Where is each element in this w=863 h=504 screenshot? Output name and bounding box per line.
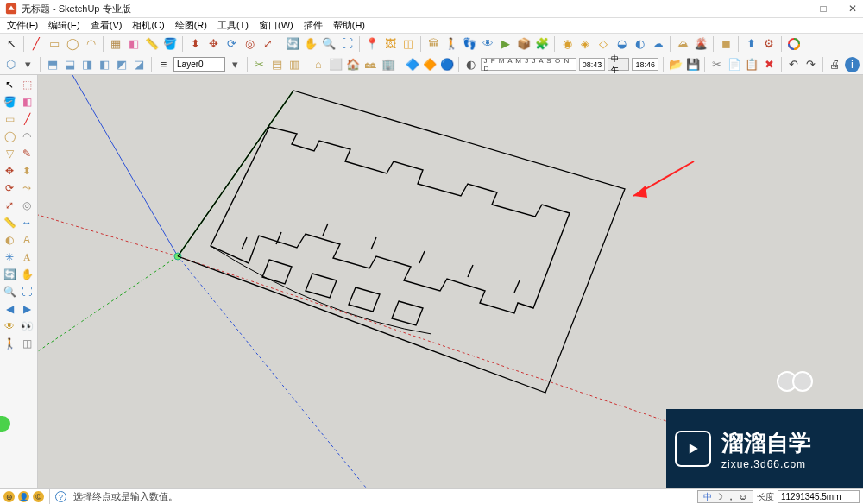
view-back-icon[interactable]: ◧ [98, 57, 112, 72]
solid1-icon[interactable]: ◼ [718, 36, 734, 52]
text-tool-icon[interactable]: A [19, 232, 35, 248]
iso-icon[interactable]: ⬡ [3, 57, 18, 72]
status-profile-icon[interactable]: 👤 [18, 491, 29, 502]
status-credit-icon[interactable]: © [33, 491, 44, 502]
upload-icon[interactable]: ⬆ [743, 36, 759, 52]
arc-icon[interactable]: ◠ [83, 36, 98, 52]
camera-back-icon[interactable]: 🏢 [381, 57, 395, 72]
pan-icon[interactable]: ✋ [303, 36, 318, 52]
dropdown-icon[interactable]: ▾ [21, 57, 35, 72]
print-icon[interactable]: 🖨 [828, 57, 842, 72]
paste-icon[interactable]: 📋 [744, 57, 759, 72]
section-fill-icon[interactable]: ▥ [287, 57, 301, 72]
lasso-tool-icon[interactable]: ⬚ [19, 77, 35, 92]
open-icon[interactable]: 📂 [668, 57, 683, 72]
tape-tool-icon[interactable]: 📏 [2, 215, 17, 230]
circle-icon[interactable]: ◯ [65, 36, 80, 52]
style-b-icon[interactable]: 🔶 [422, 57, 437, 72]
zoom-extents-icon[interactable]: ⛶ [339, 36, 355, 52]
scale-tool-icon[interactable]: ⤢ [2, 198, 17, 213]
rotate-tool-icon[interactable]: ⟳ [2, 180, 17, 196]
layer-manager-icon[interactable]: ≡ [156, 57, 171, 72]
make-component-icon[interactable]: ▦ [108, 36, 123, 52]
menu-extensions[interactable]: 插件 [300, 19, 326, 32]
layer-select[interactable] [173, 57, 225, 72]
warehouse-icon[interactable]: 🏛 [425, 36, 441, 52]
offset-icon[interactable]: ◎ [242, 36, 257, 52]
orbit-tool-icon[interactable]: 🔄 [2, 267, 17, 282]
menu-file[interactable]: 文件(F) [3, 19, 41, 32]
orbit-icon[interactable]: 🔄 [285, 36, 300, 52]
model-info-icon[interactable]: i [845, 57, 860, 72]
month-strip[interactable]: J F M A M J J A S O N D [481, 58, 576, 71]
line-tool-icon[interactable]: ╱ [19, 111, 35, 127]
undo-icon[interactable]: ↶ [786, 57, 801, 72]
zoom-icon[interactable]: 🔍 [321, 36, 337, 52]
shadow-time[interactable]: 18:46 [632, 58, 658, 71]
camera-front-icon[interactable]: 🏠 [346, 57, 361, 72]
status-geo-icon[interactable]: ⊕ [3, 491, 15, 502]
camera-top-icon[interactable]: ⬜ [329, 57, 343, 72]
close-button[interactable]: ✕ [847, 3, 858, 15]
offset-tool-icon[interactable]: ◎ [19, 198, 35, 213]
look-tool-icon[interactable]: 👀 [19, 318, 35, 334]
walk-tool-icon[interactable]: 🚶 [2, 336, 17, 351]
move-tool-icon[interactable]: ✥ [2, 163, 17, 179]
add-location-icon[interactable]: 📍 [364, 36, 380, 52]
sandbox1-icon[interactable]: ⛰ [675, 36, 690, 52]
style1-icon[interactable]: ◉ [559, 36, 575, 52]
style3-icon[interactable]: ◇ [595, 36, 611, 52]
eraser-tool-icon[interactable]: ◧ [19, 94, 35, 110]
render-icon[interactable] [786, 36, 802, 52]
pushpull-icon[interactable]: ⬍ [187, 36, 203, 52]
scale-icon[interactable]: ⤢ [260, 36, 275, 52]
view-iso-icon[interactable]: ◪ [132, 57, 147, 72]
select-tool-icon[interactable]: ↖ [2, 77, 17, 92]
cut-icon[interactable]: ✂ [709, 57, 724, 72]
prevview-tool-icon[interactable]: ◀ [2, 301, 17, 317]
select-icon[interactable]: ↖ [3, 36, 19, 52]
protractor-tool-icon[interactable]: ◐ [2, 232, 17, 248]
save-icon[interactable]: 💾 [685, 57, 700, 72]
dim-tool-icon[interactable]: ↔ [19, 215, 35, 230]
rect-tool-icon[interactable]: ▭ [2, 111, 17, 127]
paint-tool-icon[interactable]: 🪣 [2, 94, 17, 110]
paint-bucket-icon[interactable]: 🪣 [162, 36, 178, 52]
tape-measure-icon[interactable]: 📏 [144, 36, 160, 52]
menu-view[interactable]: 查看(V) [87, 19, 126, 32]
move-icon[interactable]: ✥ [205, 36, 221, 52]
walk-icon[interactable]: 👣 [462, 36, 477, 52]
copy-icon[interactable]: 📄 [727, 57, 741, 72]
menu-draw[interactable]: 绘图(R) [172, 19, 211, 32]
rectangle-icon[interactable]: ▭ [47, 36, 62, 52]
position-tool-icon[interactable]: 👁 [2, 318, 17, 334]
shadow-toggle-icon[interactable]: ◐ [463, 57, 478, 72]
camera-iso-icon[interactable]: ⌂ [311, 57, 325, 72]
section-tool-icon[interactable]: ◫ [19, 336, 35, 351]
person-icon[interactable]: 🚶 [444, 36, 459, 52]
camera-right-icon[interactable]: 🏘 [363, 57, 378, 72]
3dwarehouse-icon[interactable]: 📦 [516, 36, 532, 52]
style-c-icon[interactable]: 🔵 [439, 57, 454, 72]
3dtext-tool-icon[interactable]: 𝐀 [19, 249, 35, 265]
layer-add-icon[interactable]: ▾ [228, 57, 243, 72]
menu-camera[interactable]: 相机(C) [129, 19, 167, 32]
nav-next-icon[interactable]: ▶ [498, 36, 513, 52]
section-display-icon[interactable]: ▤ [269, 57, 284, 72]
axes-tool-icon[interactable]: ✳ [2, 249, 17, 265]
section-icon[interactable]: ◫ [400, 36, 416, 52]
get-photo-icon[interactable]: 🖼 [382, 36, 398, 52]
look-icon[interactable]: 👁 [480, 36, 495, 52]
geo-indicator[interactable]: 中 ☽ ， ☺ [697, 490, 753, 503]
shadow-settings-icon[interactable]: ◐ [632, 36, 647, 52]
menu-tools[interactable]: 工具(T) [214, 19, 252, 32]
freehand-tool-icon[interactable]: ✎ [19, 146, 35, 161]
eraser-icon[interactable]: ◧ [126, 36, 142, 52]
style-a-icon[interactable]: 🔷 [405, 57, 419, 72]
view-top-icon[interactable]: ⬒ [45, 57, 60, 72]
maximize-button[interactable]: □ [818, 3, 828, 15]
shadow-date[interactable]: 08:43 [579, 58, 606, 71]
circle-tool-icon[interactable]: ◯ [2, 129, 17, 144]
status-help-icon[interactable]: ? [55, 491, 66, 502]
extension-icon[interactable]: 🧩 [534, 36, 550, 52]
